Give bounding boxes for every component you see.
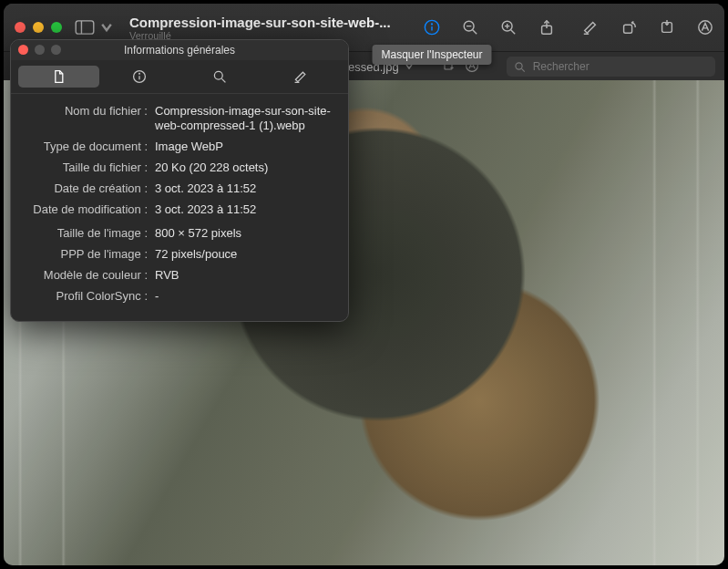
inspector-row-key: Date de modification : (20, 202, 155, 217)
inspector-row-key: Modèle de couleur : (20, 268, 155, 283)
tab-general[interactable] (18, 66, 99, 88)
inspector-row-value: 3 oct. 2023 à 11:52 (155, 202, 339, 217)
window-title: Compression-image-sur-son-site-web-... (129, 15, 407, 30)
inspector-row-value: 20 Ko (20 228 octets) (155, 160, 339, 175)
rotate-button[interactable] (619, 17, 639, 37)
svg-point-27 (138, 73, 139, 74)
svg-rect-0 (76, 21, 94, 34)
text-button[interactable] (695, 17, 715, 37)
inspector-row-value: 800 × 572 pixels (155, 226, 339, 241)
inspector-row-value: 72 pixels/pouce (155, 247, 339, 262)
title-group: Compression-image-sur-son-site-web-... V… (129, 15, 407, 41)
inspector-row: Nom du fichier :Compression-image-sur-so… (20, 104, 339, 133)
pencil-icon (293, 69, 308, 84)
inspector-row: Date de création :3 oct. 2023 à 11:52 (20, 181, 339, 196)
sidebar-toggle[interactable] (75, 20, 117, 35)
inspector-row: Taille de l'image :800 × 572 pixels (20, 226, 339, 241)
inspector-row-key: Taille du fichier : (20, 160, 155, 175)
close-window[interactable] (15, 22, 26, 33)
inspector-row-key: PPP de l'image : (20, 247, 155, 262)
toolbar-right: Masquer l'Inspecteur (422, 17, 715, 37)
maximize-window[interactable] (51, 22, 62, 33)
inspector-row-value: Compression-image-sur-son-site-web-compr… (155, 104, 339, 133)
window-controls (15, 22, 62, 33)
info-icon (132, 69, 147, 84)
inspector-row-key: Date de création : (20, 181, 155, 196)
search-icon (212, 69, 227, 84)
inspector-row-key: Nom du fichier : (20, 104, 155, 133)
inspector-body: Nom du fichier :Compression-image-sur-so… (11, 94, 348, 321)
svg-rect-15 (624, 25, 632, 33)
inspector-row-key: Type de document : (20, 140, 155, 154)
share-button[interactable] (537, 17, 557, 37)
svg-line-6 (473, 30, 477, 35)
search-icon (514, 61, 526, 73)
svg-line-29 (222, 78, 226, 82)
inspector-row-key: Taille de l'image : (20, 226, 155, 241)
zoom-in-button[interactable] (498, 17, 518, 37)
document-icon (51, 69, 66, 84)
inspector-row: PPP de l'image :72 pixels/pouce (20, 247, 339, 262)
inspector-row: Modèle de couleur :RVB (20, 268, 339, 283)
inspector-row-value: 3 oct. 2023 à 11:52 (155, 181, 339, 196)
inspector-panel: Informations générales (10, 39, 349, 322)
search-field[interactable]: Rechercher (507, 57, 715, 77)
svg-line-24 (521, 68, 524, 71)
inspector-row-value: Image WebP (155, 140, 339, 154)
inspector-row: Profil ColorSync :- (20, 289, 339, 304)
tab-info[interactable] (99, 66, 180, 88)
inspector-row-value: - (155, 289, 339, 304)
zoom-out-button[interactable] (460, 17, 480, 37)
inspector-max[interactable] (51, 45, 61, 55)
markup-button[interactable] (580, 17, 600, 37)
inspector-row: Type de document :Image WebP (20, 140, 339, 154)
inspector-row: Date de modification :3 oct. 2023 à 11:5… (20, 202, 339, 217)
inspector-row-key: Profil ColorSync : (20, 289, 155, 304)
search-placeholder: Rechercher (533, 60, 590, 73)
inspector-row-value: RVB (155, 268, 339, 283)
crop-button[interactable] (657, 17, 677, 37)
svg-point-4 (432, 24, 433, 25)
inspector-row: Taille du fichier :20 Ko (20 228 octets) (20, 160, 339, 175)
tab-search[interactable] (179, 66, 261, 88)
svg-line-9 (511, 30, 516, 35)
inspector-button[interactable]: Masquer l'Inspecteur (422, 17, 442, 37)
inspector-title: Informations générales (124, 44, 235, 57)
inspector-titlebar: Informations générales (11, 40, 348, 60)
inspector-min[interactable] (35, 45, 45, 55)
minimize-window[interactable] (33, 22, 44, 33)
inspector-window-controls (18, 45, 61, 55)
inspector-close[interactable] (18, 45, 28, 55)
svg-point-23 (516, 62, 522, 68)
svg-point-28 (215, 71, 223, 79)
inspector-tooltip: Masquer l'Inspecteur (372, 45, 491, 65)
preview-window: Compression-image-sur-son-site-web-... V… (4, 4, 724, 565)
inspector-tabs (11, 60, 348, 94)
tab-annotation[interactable] (261, 66, 342, 88)
